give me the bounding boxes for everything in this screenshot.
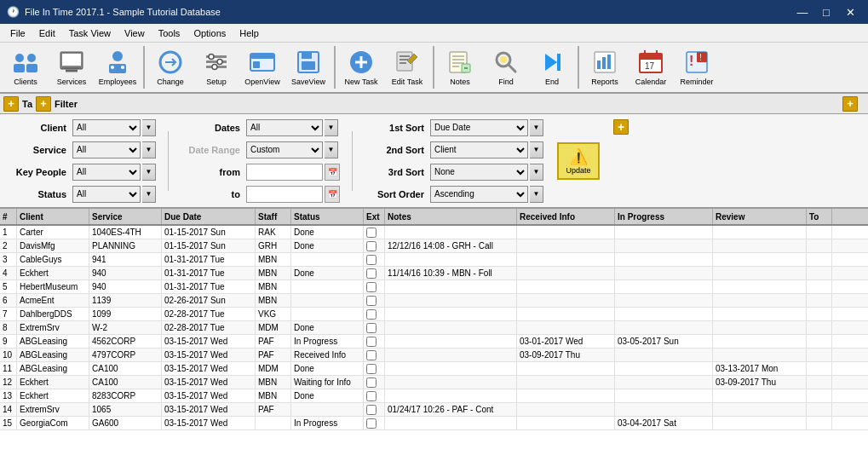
- ext-checkbox[interactable]: [366, 418, 377, 429]
- ext-checkbox[interactable]: [366, 228, 377, 238]
- keypeople-dropdown-arrow[interactable]: ▼: [142, 164, 156, 181]
- ext-checkbox[interactable]: [366, 309, 377, 320]
- add-filter-button[interactable]: +: [36, 96, 51, 112]
- ext-checkbox[interactable]: [366, 377, 377, 388]
- to-datepicker-button[interactable]: 📅: [325, 186, 340, 203]
- from-input[interactable]: [246, 164, 323, 181]
- status-dropdown-arrow[interactable]: ▼: [142, 186, 156, 203]
- ext-checkbox[interactable]: [366, 350, 377, 360]
- column-plus-button[interactable]: +: [613, 119, 629, 135]
- ext-checkbox[interactable]: [366, 391, 377, 401]
- menu-tools[interactable]: Tools: [152, 26, 187, 40]
- employees-button[interactable]: Employees: [95, 44, 140, 90]
- menu-help[interactable]: Help: [233, 26, 266, 40]
- from-datepicker-button[interactable]: 📅: [325, 164, 340, 181]
- newtask-button[interactable]: New Task: [339, 44, 383, 90]
- setup-button[interactable]: Setup: [194, 44, 239, 90]
- openview-button[interactable]: OpenView: [240, 44, 285, 90]
- sort1-select[interactable]: Due Date: [430, 119, 528, 136]
- reminder-button[interactable]: !! Reminder: [675, 44, 719, 90]
- close-button[interactable]: ✕: [839, 3, 861, 20]
- dates-dropdown-arrow[interactable]: ▼: [325, 119, 338, 136]
- sort2-select[interactable]: Client: [430, 141, 528, 158]
- table-row[interactable]: 5 HebertMuseum 940 01-31-2017 Tue MBN: [0, 280, 868, 294]
- sortorder-select[interactable]: Ascending: [430, 186, 528, 203]
- table-row[interactable]: 10 ABGLeasing 4797CORP 03-15-2017 Wed PA…: [0, 349, 868, 362]
- ext-checkbox[interactable]: [366, 241, 377, 251]
- ext-checkbox[interactable]: [366, 323, 377, 333]
- add-tab-button[interactable]: +: [3, 96, 19, 112]
- ext-checkbox[interactable]: [366, 337, 377, 347]
- sortorder-dropdown-arrow[interactable]: ▼: [530, 186, 543, 203]
- col-header-notes[interactable]: Notes: [385, 209, 517, 224]
- table-row[interactable]: 11 ABGLeasing CA100 03-15-2017 Wed MDM D…: [0, 362, 868, 376]
- update-button[interactable]: ⚠️ Update: [557, 142, 600, 180]
- daterange-dropdown-arrow[interactable]: ▼: [325, 141, 338, 158]
- menu-taskview[interactable]: Task View: [62, 26, 118, 40]
- table-row[interactable]: 8 ExtremSrv W-2 02-28-2017 Tue MDM Done: [0, 321, 868, 335]
- col-header-status[interactable]: Status: [291, 209, 364, 224]
- clients-button[interactable]: Clients: [3, 44, 48, 90]
- col-header-review[interactable]: Review: [713, 209, 807, 224]
- col-header-inprogress[interactable]: In Progress: [615, 209, 713, 224]
- service-select[interactable]: All: [72, 141, 141, 158]
- calendar-button[interactable]: 17 Calendar: [629, 44, 673, 90]
- col-header-client[interactable]: Client: [17, 209, 89, 224]
- dates-select[interactable]: All: [246, 119, 323, 136]
- table-row[interactable]: 15 GeorgiaCom GA600 03-15-2017 Wed In Pr…: [0, 417, 868, 430]
- table-row[interactable]: 6 AcmeEnt 1139 02-26-2017 Sun MBN: [0, 294, 868, 308]
- sort2-dropdown-arrow[interactable]: ▼: [530, 141, 543, 158]
- col-header-service[interactable]: Service: [89, 209, 162, 224]
- table-row[interactable]: 2 DavisMfg PLANNING 01-15-2017 Sun GRH D…: [0, 239, 868, 253]
- menu-file[interactable]: File: [3, 26, 32, 40]
- add-column-button[interactable]: +: [842, 96, 858, 112]
- sort3-select[interactable]: None: [430, 164, 528, 181]
- table-row[interactable]: 7 DahlbergDDS 1099 02-28-2017 Tue VKG: [0, 308, 868, 321]
- col-header-staff[interactable]: Staff: [256, 209, 291, 224]
- table-row[interactable]: 9 ABGLeasing 4562CORP 03-15-2017 Wed PAF…: [0, 335, 868, 349]
- service-dropdown-arrow[interactable]: ▼: [142, 141, 156, 158]
- col-header-to[interactable]: To: [807, 209, 832, 224]
- reports-button[interactable]: Reports: [583, 44, 627, 90]
- ext-checkbox[interactable]: [366, 364, 377, 374]
- col-header-num[interactable]: #: [0, 209, 17, 224]
- cell-service: 4562CORP: [89, 335, 162, 348]
- client-select[interactable]: All: [72, 119, 141, 136]
- table-row[interactable]: 3 CableGuys 941 01-31-2017 Tue MBN: [0, 253, 868, 267]
- menu-view[interactable]: View: [118, 26, 152, 40]
- keypeople-select[interactable]: All: [72, 164, 141, 181]
- table-area[interactable]: 1 Carter 1040ES-4TH 01-15-2017 Sun RAK D…: [0, 226, 868, 461]
- client-dropdown-arrow[interactable]: ▼: [142, 119, 156, 136]
- change-button[interactable]: Change: [148, 44, 193, 90]
- minimize-button[interactable]: —: [791, 3, 813, 20]
- ext-checkbox[interactable]: [366, 282, 377, 292]
- to-input[interactable]: [246, 186, 323, 203]
- find-button[interactable]: Find: [484, 44, 528, 90]
- app-title: File In Time 2017.1 - Sample Tutorial Da…: [25, 7, 221, 17]
- menu-edit[interactable]: Edit: [32, 26, 62, 40]
- ext-checkbox[interactable]: [366, 405, 377, 415]
- services-button[interactable]: Services: [49, 44, 94, 90]
- col-header-duedate[interactable]: Due Date: [162, 209, 256, 224]
- ext-checkbox[interactable]: [366, 268, 377, 279]
- maximize-button[interactable]: □: [815, 3, 837, 20]
- col-header-received[interactable]: Received Info: [517, 209, 615, 224]
- sort3-dropdown-arrow[interactable]: ▼: [530, 164, 543, 181]
- table-row[interactable]: 4 Eckhert 940 01-31-2017 Tue MBN Done 11…: [0, 267, 868, 280]
- cell-inprogress: [615, 226, 713, 239]
- status-select[interactable]: All: [72, 186, 141, 203]
- notes-button[interactable]: Notes: [438, 44, 482, 90]
- saveview-button[interactable]: SaveView: [286, 44, 331, 90]
- end-button[interactable]: End: [530, 44, 574, 90]
- table-row[interactable]: 12 Eckhert CA100 03-15-2017 Wed MBN Wait…: [0, 376, 868, 389]
- col-header-ext[interactable]: Ext: [364, 209, 385, 224]
- daterange-select[interactable]: Custom: [246, 141, 323, 158]
- sort1-dropdown-arrow[interactable]: ▼: [530, 119, 543, 136]
- edittask-button[interactable]: Edit Task: [385, 44, 429, 90]
- menu-options[interactable]: Options: [187, 26, 233, 40]
- table-row[interactable]: 13 Eckhert 8283CORP 03-15-2017 Wed MBN D…: [0, 389, 868, 403]
- table-row[interactable]: 1 Carter 1040ES-4TH 01-15-2017 Sun RAK D…: [0, 226, 868, 239]
- table-row[interactable]: 14 ExtremSrv 1065 03-15-2017 Wed PAF 01/…: [0, 403, 868, 417]
- ext-checkbox[interactable]: [366, 255, 377, 265]
- ext-checkbox[interactable]: [366, 296, 377, 306]
